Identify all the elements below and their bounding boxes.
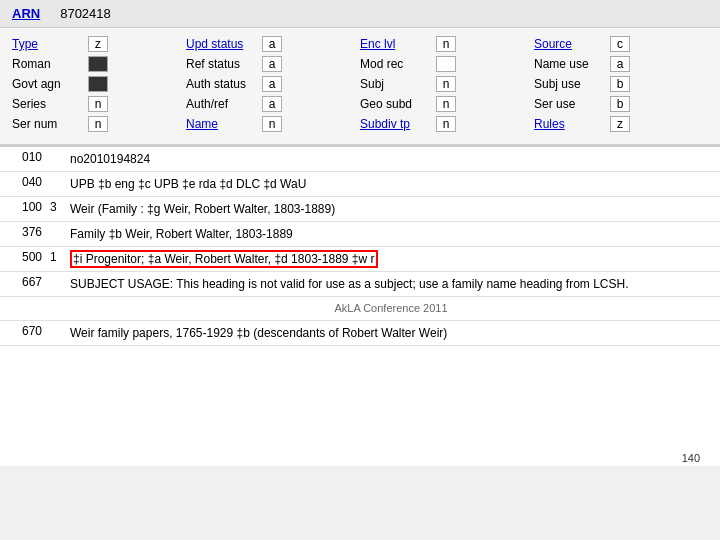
meta-cell: Roman ■ (12, 56, 186, 72)
name-value: n (262, 116, 282, 132)
subj-use-value: b (610, 76, 630, 92)
record-tag: 376 (0, 225, 50, 243)
auth-status-value: a (262, 76, 282, 92)
mod-rec-label: Mod rec (360, 57, 430, 71)
meta-cell: Type z (12, 36, 186, 52)
metadata-grid: Type z Upd status a Enc lvl n Source c R… (0, 28, 720, 146)
ref-status-value: a (262, 56, 282, 72)
roman-value: ■ (88, 56, 108, 72)
record-ind (50, 275, 70, 293)
ser-num-value: n (88, 116, 108, 132)
record-ind (50, 175, 70, 193)
meta-cell: Ser num n (12, 116, 186, 132)
record-content-500: ‡i Progenitor; ‡a Weir, Robert Walter, ‡… (70, 250, 720, 268)
record-row-670: 670 Weir family papers, 1765-1929 ‡b (de… (0, 321, 720, 346)
name-use-value: a (610, 56, 630, 72)
record-ind: 3 (50, 200, 70, 218)
records-container: 010 no2010194824 040 UPB ‡b eng ‡c UPB ‡… (0, 146, 720, 466)
record-tag: 500 (0, 250, 50, 268)
record-ind: 1 (50, 250, 70, 268)
rules-label[interactable]: Rules (534, 117, 604, 131)
mod-rec-value (436, 56, 456, 72)
meta-row-5: Ser num n Name n Subdiv tp n Rules z (12, 116, 708, 132)
meta-cell: Mod rec (360, 56, 534, 72)
meta-cell: Ser use b (534, 96, 708, 112)
auth-status-label: Auth status (186, 77, 256, 91)
type-label[interactable]: Type (12, 37, 82, 51)
govt-agn-label: Govt agn (12, 77, 82, 91)
series-label: Series (12, 97, 82, 111)
ser-use-value: b (610, 96, 630, 112)
enc-lvl-label[interactable]: Enc lvl (360, 37, 430, 51)
meta-cell: Subj use b (534, 76, 708, 92)
upd-status-value: a (262, 36, 282, 52)
meta-cell: Enc lvl n (360, 36, 534, 52)
record-row-010: 010 no2010194824 (0, 147, 720, 172)
ser-use-label: Ser use (534, 97, 604, 111)
meta-cell: Subj n (360, 76, 534, 92)
meta-cell: Rules z (534, 116, 708, 132)
page-number: 140 (682, 452, 700, 464)
meta-row-3: Govt agn ■ Auth status a Subj n Subj use… (12, 76, 708, 92)
ser-num-label: Ser num (12, 117, 82, 131)
roman-label: Roman (12, 57, 82, 71)
top-bar: ARN 8702418 (0, 0, 720, 28)
subj-use-label: Subj use (534, 77, 604, 91)
record-row-040: 040 UPB ‡b eng ‡c UPB ‡e rda ‡d DLC ‡d W… (0, 172, 720, 197)
govt-agn-value: ■ (88, 76, 108, 92)
upd-status-label[interactable]: Upd status (186, 37, 256, 51)
arn-value: 8702418 (60, 6, 111, 21)
record-ind (50, 225, 70, 243)
subdiv-tp-value: n (436, 116, 456, 132)
record-row-667: 667 SUBJECT USAGE: This heading is not v… (0, 272, 720, 297)
record-tag (0, 300, 50, 317)
record-tag: 670 (0, 324, 50, 342)
record-content: SUBJECT USAGE: This heading is not valid… (70, 275, 720, 293)
record-content: UPB ‡b eng ‡c UPB ‡e rda ‡d DLC ‡d WaU (70, 175, 720, 193)
record-ind (50, 300, 70, 317)
meta-row-2: Roman ■ Ref status a Mod rec Name use a (12, 56, 708, 72)
meta-cell: Series n (12, 96, 186, 112)
highlighted-text: ‡i Progenitor; ‡a Weir, Robert Walter, ‡… (70, 250, 378, 268)
record-content: Weir family papers, 1765-1929 ‡b (descen… (70, 324, 720, 342)
auth-ref-label: Auth/ref (186, 97, 256, 111)
source-value: c (610, 36, 630, 52)
meta-cell: Auth status a (186, 76, 360, 92)
record-row-500: 500 1 ‡i Progenitor; ‡a Weir, Robert Wal… (0, 247, 720, 272)
meta-row-4: Series n Auth/ref a Geo subd n Ser use b (12, 96, 708, 112)
record-tag: 040 (0, 175, 50, 193)
record-ind (50, 324, 70, 342)
subdiv-tp-label[interactable]: Subdiv tp (360, 117, 430, 131)
meta-cell: Name n (186, 116, 360, 132)
meta-cell: Govt agn ■ (12, 76, 186, 92)
record-tag: 100 (0, 200, 50, 218)
meta-cell: Geo subd n (360, 96, 534, 112)
record-row-footer-label: AkLA Conference 2011 (0, 297, 720, 321)
rules-value: z (610, 116, 630, 132)
subj-value: n (436, 76, 456, 92)
geo-subd-value: n (436, 96, 456, 112)
meta-cell: Ref status a (186, 56, 360, 72)
footer-conference-label: AkLA Conference 2011 (70, 300, 720, 317)
ref-status-label: Ref status (186, 57, 256, 71)
subj-label: Subj (360, 77, 430, 91)
type-value: z (88, 36, 108, 52)
record-row-100: 100 3 Weir (Family : ‡g Weir, Robert Wal… (0, 197, 720, 222)
auth-ref-value: a (262, 96, 282, 112)
record-ind (50, 150, 70, 168)
enc-lvl-value: n (436, 36, 456, 52)
meta-cell: Auth/ref a (186, 96, 360, 112)
name-use-label: Name use (534, 57, 604, 71)
arn-label[interactable]: ARN (12, 6, 40, 21)
meta-cell: Upd status a (186, 36, 360, 52)
record-content: Weir (Family : ‡g Weir, Robert Walter, 1… (70, 200, 720, 218)
name-label[interactable]: Name (186, 117, 256, 131)
meta-row-1: Type z Upd status a Enc lvl n Source c (12, 36, 708, 52)
record-content: no2010194824 (70, 150, 720, 168)
meta-cell: Source c (534, 36, 708, 52)
meta-cell: Subdiv tp n (360, 116, 534, 132)
series-value: n (88, 96, 108, 112)
geo-subd-label: Geo subd (360, 97, 430, 111)
source-label[interactable]: Source (534, 37, 604, 51)
records-area[interactable]: 010 no2010194824 040 UPB ‡b eng ‡c UPB ‡… (0, 146, 720, 466)
